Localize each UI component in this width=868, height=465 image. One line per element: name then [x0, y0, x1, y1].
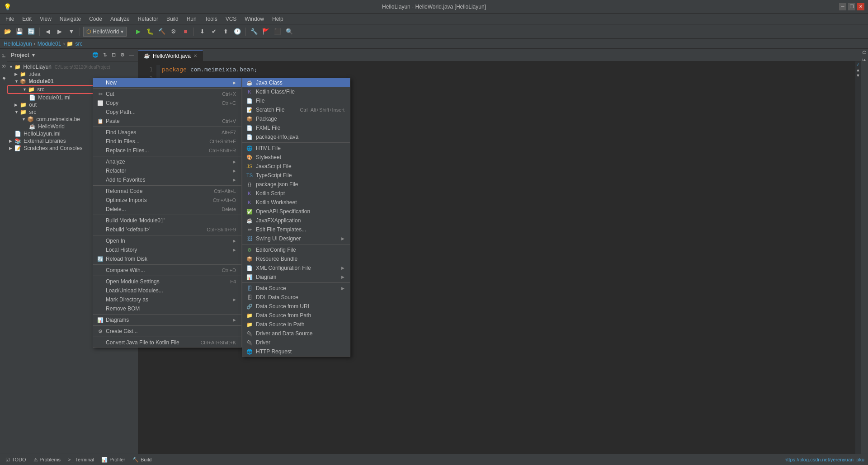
- ctx-item-open-in[interactable]: Open In: [93, 236, 241, 245]
- sub-item-datasource-path[interactable]: 📁 Data Source from Path: [242, 311, 350, 320]
- ctx-item-compare-with[interactable]: Compare With... Ctrl+D: [93, 266, 241, 275]
- sub-item-fxml[interactable]: 📄 FXML File: [242, 123, 350, 132]
- right-sidebar-events-icon[interactable]: E: [862, 58, 867, 61]
- bottom-tab-todo[interactable]: ☑ TODO: [4, 456, 28, 464]
- vcs-push-button[interactable]: ⬆: [221, 27, 231, 37]
- sidebar-structure-icon[interactable]: S: [0, 61, 7, 71]
- menu-view[interactable]: View: [36, 15, 55, 23]
- vcs-commit-button[interactable]: ✔: [209, 27, 219, 37]
- sub-item-datasource-in-path[interactable]: 📁 Data Source in Path: [242, 320, 350, 329]
- menu-vcs[interactable]: VCS: [222, 15, 241, 23]
- ctx-item-optimize-imports[interactable]: Optimize Imports Ctrl+Alt+O: [93, 196, 241, 205]
- sub-item-package[interactable]: 📦 Package: [242, 114, 350, 123]
- sub-item-java-class[interactable]: ☕ Java Class: [242, 78, 350, 87]
- sub-item-data-source[interactable]: 🗄 Data Source: [242, 284, 350, 293]
- bottom-tab-terminal[interactable]: >_ Terminal: [66, 456, 96, 463]
- restore-button[interactable]: ❐: [848, 3, 855, 10]
- sub-item-js[interactable]: JS JavaScript File: [242, 162, 350, 171]
- menu-navigate[interactable]: Navigate: [56, 15, 85, 23]
- ctx-item-remove-bom[interactable]: Remove BOM: [93, 304, 241, 313]
- build-button[interactable]: 🔨: [157, 27, 167, 37]
- sub-item-diagram[interactable]: 📊 Diagram: [242, 272, 350, 282]
- sub-item-package-json[interactable]: {} package.json File: [242, 180, 350, 189]
- project-scope-icon[interactable]: 🌐: [92, 52, 99, 58]
- project-dropdown-icon2[interactable]: ▾: [32, 52, 35, 58]
- menu-edit[interactable]: Edit: [19, 15, 35, 23]
- search-everywhere-button[interactable]: 🔍: [284, 27, 294, 37]
- gutter-down-arrow[interactable]: ▼: [856, 73, 860, 78]
- close-button[interactable]: ✕: [857, 3, 864, 10]
- right-sidebar-db-icon[interactable]: D: [862, 51, 867, 54]
- debug-button[interactable]: 🐛: [145, 27, 155, 37]
- bottom-tab-profiler[interactable]: 📊 Profiler: [99, 456, 127, 464]
- ctx-item-delete[interactable]: Delete... Delete: [93, 205, 241, 214]
- menu-run[interactable]: Run: [183, 15, 200, 23]
- toolbar-forward-button[interactable]: ▶: [55, 27, 65, 37]
- sub-item-http-request[interactable]: 🌐 HTTP Request: [242, 347, 350, 356]
- gutter-up-arrow[interactable]: ▲: [856, 68, 860, 72]
- run-button[interactable]: ▶: [133, 27, 143, 37]
- wrench-button[interactable]: 🔧: [249, 27, 259, 37]
- ctx-item-reload[interactable]: 🔄 Reload from Disk: [93, 254, 241, 263]
- sub-item-scratch-file[interactable]: 📝 Scratch File Ctrl+Alt+Shift+Insert: [242, 105, 350, 114]
- sub-item-html[interactable]: 🌐 HTML File: [242, 144, 350, 153]
- stop-button[interactable]: ■: [180, 27, 190, 37]
- project-dropdown[interactable]: ⬡ HelloWorld ▾: [83, 27, 127, 37]
- sub-item-editorconfig[interactable]: ⚙ EditorConfig File: [242, 245, 350, 254]
- ctx-item-add-to-favorites[interactable]: Add to Favorites: [93, 175, 241, 184]
- vcs-update-button[interactable]: ⬇: [197, 27, 207, 37]
- sub-item-kotlin-script[interactable]: K Kotlin Script: [242, 189, 350, 198]
- menu-window[interactable]: Window: [241, 15, 268, 23]
- bottom-tab-build[interactable]: 🔨 Build: [131, 456, 153, 464]
- menu-help[interactable]: Help: [269, 15, 287, 23]
- project-sort-icon[interactable]: ⇅: [103, 52, 107, 58]
- sub-item-package-info[interactable]: 📄 package-info.java: [242, 132, 350, 141]
- project-close-icon[interactable]: —: [129, 52, 134, 58]
- ctx-item-load-unload-modules[interactable]: Load/Unload Modules...: [93, 286, 241, 295]
- ctx-item-module-settings[interactable]: Open Module Settings F4: [93, 277, 241, 286]
- breadcrumb-project[interactable]: HelloLiayun: [4, 41, 32, 47]
- menu-build[interactable]: Build: [163, 15, 182, 23]
- sub-item-driver[interactable]: 🔌 Driver: [242, 338, 350, 347]
- toolbar-back-button[interactable]: ◀: [43, 27, 53, 37]
- ctx-item-copy[interactable]: ⬜ Copy Ctrl+C: [93, 99, 241, 108]
- toolbar-refresh-button[interactable]: 🔄: [26, 27, 36, 37]
- sub-item-datasource-url[interactable]: 🔗 Data Source from URL: [242, 302, 350, 311]
- tree-item-idea[interactable]: ▶ 📁 .idea: [7, 70, 138, 78]
- ctx-item-refactor[interactable]: Refactor: [93, 166, 241, 175]
- sub-item-swing-ui[interactable]: 🖼 Swing UI Designer: [242, 234, 350, 243]
- sub-item-stylesheet[interactable]: 🎨 Stylesheet: [242, 153, 350, 162]
- ctx-item-find-usages[interactable]: Find Usages Alt+F7: [93, 128, 241, 137]
- ctx-item-new[interactable]: New ▶: [93, 78, 241, 87]
- sub-item-kotlin-worksheet[interactable]: K Kotlin Worksheet: [242, 198, 350, 207]
- ctx-item-build-module[interactable]: Build Module 'Module01': [93, 216, 241, 225]
- bottom-tab-problems[interactable]: ⚠ Problems: [32, 456, 62, 464]
- ctx-item-create-gist[interactable]: ⚙ Create Gist...: [93, 327, 241, 336]
- ctx-item-cut[interactable]: ✂ Cut Ctrl+X: [93, 89, 241, 99]
- sub-item-ts[interactable]: TS TypeScript File: [242, 171, 350, 180]
- menu-file[interactable]: File: [2, 15, 18, 23]
- ctx-item-find-in-files[interactable]: Find in Files... Ctrl+Shift+F: [93, 137, 241, 146]
- toolbar-save-button[interactable]: 💾: [14, 27, 24, 37]
- sub-item-file[interactable]: 📄 File: [242, 96, 350, 105]
- ctx-item-mark-directory[interactable]: Mark Directory as: [93, 295, 241, 304]
- menu-code[interactable]: Code: [85, 15, 106, 23]
- vcs-history-button[interactable]: 🕐: [232, 27, 242, 37]
- ctx-item-rebuild[interactable]: Rebuild '<default>' Ctrl+Shift+F9: [93, 225, 241, 234]
- sidebar-project-icon[interactable]: P: [0, 51, 7, 61]
- menu-analyze[interactable]: Analyze: [107, 15, 133, 23]
- ctx-item-convert-kotlin[interactable]: Convert Java File to Kotlin File Ctrl+Al…: [93, 338, 241, 347]
- sub-item-driver-datasource[interactable]: 🔌 Driver and Data Source: [242, 329, 350, 338]
- flag-button[interactable]: 🚩: [261, 27, 271, 37]
- toolbar-recent-button[interactable]: ▼: [66, 27, 76, 37]
- sub-item-openapi[interactable]: ✅ OpenAPI Specification: [242, 207, 350, 216]
- tab-close[interactable]: ✕: [193, 53, 197, 58]
- ctx-item-reformat[interactable]: Reformat Code Ctrl+Alt+L: [93, 187, 241, 196]
- project-settings-icon[interactable]: ⚙: [120, 52, 125, 58]
- sub-item-resource-bundle[interactable]: 📦 Resource Bundle: [242, 254, 350, 263]
- sub-item-javafx[interactable]: ☕ JavaFXApplication: [242, 216, 350, 225]
- toolbar-open-button[interactable]: 📂: [3, 27, 13, 37]
- breadcrumb-module[interactable]: Module01: [38, 41, 61, 47]
- editor-tab-helloworld[interactable]: ☕ HelloWorld.java ✕: [138, 50, 203, 61]
- ctx-item-local-history[interactable]: Local History: [93, 245, 241, 254]
